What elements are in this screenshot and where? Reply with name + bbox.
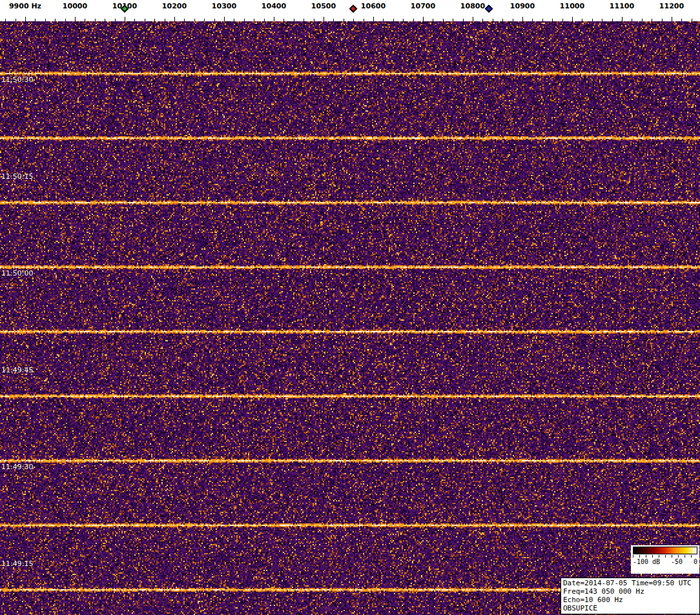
frequency-axis: 9900 Hz100001010010200103001040010500106… bbox=[0, 0, 700, 21]
info-freq-line: Freq=143 050 000 Hz bbox=[563, 587, 697, 596]
info-echo-line: Echo=10 600 Hz bbox=[563, 596, 697, 604]
red-frequency-marker-icon[interactable] bbox=[349, 5, 358, 13]
time-axis-label: 11:50:00 bbox=[1, 269, 33, 277]
freq-axis-label: 10200 bbox=[162, 2, 187, 10]
colorbar-legend: -100 dB -50 0 bbox=[631, 545, 699, 574]
freq-axis-label: 10600 bbox=[361, 2, 386, 10]
screen: { "window": { "description": "Radio mete… bbox=[0, 0, 700, 615]
freq-axis-major-tick bbox=[423, 17, 424, 21]
freq-axis-major-tick bbox=[373, 17, 374, 21]
spectrogram: -100 dB -50 0 Date=2014-07-05 Time=09:50… bbox=[0, 21, 700, 615]
colorbar-gradient bbox=[633, 547, 697, 554]
freq-axis-label: 11200 bbox=[659, 2, 684, 10]
info-box: Date=2014-07-05 Time=09:50 UTC Freq=143 … bbox=[561, 578, 700, 614]
freq-axis-major-tick bbox=[324, 17, 324, 21]
freq-axis-major-tick bbox=[125, 17, 125, 21]
time-axis-label: 11:49:45 bbox=[1, 366, 33, 374]
blue-frequency-marker-icon[interactable] bbox=[484, 5, 493, 13]
freq-axis-major-tick bbox=[622, 17, 623, 21]
time-axis-label: 11:50:15 bbox=[1, 172, 33, 181]
freq-axis-label: 11000 bbox=[560, 2, 584, 10]
freq-axis-label: 10800 bbox=[460, 2, 485, 10]
time-axis-label: 11:49:30 bbox=[1, 463, 33, 471]
colorbar-labels: -100 dB -50 0 bbox=[633, 558, 697, 566]
colorbar-mid-label: -50 bbox=[671, 558, 683, 566]
freq-axis-label: 9900 Hz bbox=[9, 2, 41, 10]
time-axis-label: 11:49:15 bbox=[1, 560, 33, 568]
info-date-line: Date=2014-07-05 Time=09:50 UTC bbox=[563, 579, 697, 587]
freq-axis-major-tick bbox=[672, 17, 672, 21]
freq-axis-major-tick bbox=[224, 17, 225, 21]
freq-axis-major-tick bbox=[572, 17, 573, 21]
freq-axis-label: 10000 bbox=[63, 2, 87, 10]
freq-axis-label: 10500 bbox=[311, 2, 336, 10]
time-axis-label: 11:50:30 bbox=[1, 76, 33, 84]
freq-axis-major-tick bbox=[174, 17, 175, 21]
freq-axis-label: 11100 bbox=[610, 2, 634, 10]
spectrogram-canvas bbox=[0, 21, 700, 615]
freq-axis-label: 10700 bbox=[411, 2, 435, 10]
colorbar-min-label: -100 dB bbox=[633, 558, 660, 566]
info-observatory-line: OBSUPICE bbox=[563, 604, 697, 612]
freq-axis-major-tick bbox=[75, 17, 76, 21]
freq-axis-major-tick bbox=[274, 17, 274, 21]
freq-axis-major-tick bbox=[25, 17, 26, 21]
freq-axis-major-tick bbox=[522, 17, 523, 21]
colorbar-max-label: 0 bbox=[694, 558, 697, 566]
freq-axis-label: 10900 bbox=[510, 2, 535, 10]
freq-axis-label: 10300 bbox=[212, 2, 236, 10]
freq-axis-major-tick bbox=[473, 17, 473, 21]
freq-axis-label: 10400 bbox=[262, 2, 286, 10]
